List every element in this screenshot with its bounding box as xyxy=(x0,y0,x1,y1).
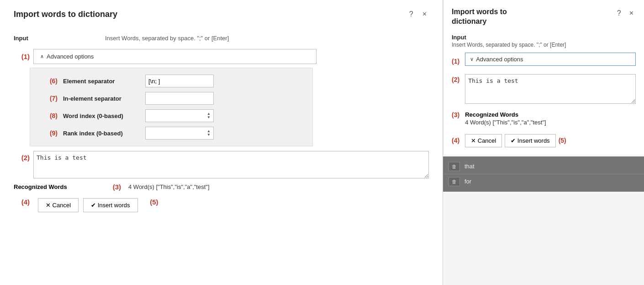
advanced-arrow: ∧ xyxy=(40,54,44,59)
words-textarea[interactable] xyxy=(33,151,429,178)
table-row: 🗑 for xyxy=(443,174,644,189)
word-1: that xyxy=(465,163,475,170)
right-recognized-row: (3) Recognized Words 4 Word(s) ["This","… xyxy=(452,111,636,132)
right-textarea-row: (2) xyxy=(452,74,636,108)
badge-3: (3) xyxy=(105,183,121,191)
word-2: for xyxy=(465,178,471,185)
right-badge-2: (2) xyxy=(452,74,459,83)
in-element-separator-row: (7) In-element separator xyxy=(39,92,303,105)
badge-1: (1) xyxy=(14,53,30,60)
right-input-hint: Insert Words, separated by space. ";" or… xyxy=(452,42,636,48)
right-badge-4: (4) xyxy=(452,137,459,144)
dialog-title: Import words to dictionary xyxy=(14,10,117,19)
right-insert-button[interactable]: ✔ Insert words xyxy=(505,134,555,147)
table-row: 🗑 that xyxy=(443,159,644,174)
right-dialog-title: Import words to dictionary xyxy=(452,7,507,27)
right-header-actions: ? × xyxy=(615,8,636,18)
right-badge-5: (5) xyxy=(559,137,566,144)
badge-7: (7) xyxy=(39,95,58,102)
right-badge-1: (1) xyxy=(452,58,459,65)
cancel-button[interactable]: ✕ Cancel xyxy=(38,198,79,212)
advanced-section: (6) Element separator (7) In-element sep… xyxy=(30,68,313,146)
right-input-label: Input xyxy=(452,34,636,41)
insert-button[interactable]: ✔ Insert words xyxy=(83,198,137,212)
rank-index-arrows[interactable]: ▲▼ xyxy=(207,129,211,137)
word-index-label: Word index (0-based) xyxy=(63,113,145,119)
advanced-section-wrapper: (6) Element separator (7) In-element sep… xyxy=(14,66,429,146)
help-button[interactable]: ? xyxy=(407,9,416,19)
in-element-separator-label: In-element separator xyxy=(63,95,145,102)
rank-index-label: Rank index (0-based) xyxy=(63,130,145,137)
element-separator-input[interactable] xyxy=(145,75,214,87)
right-button-row: (4) ✕ Cancel ✔ Insert words (5) xyxy=(452,134,636,147)
badge-6: (6) xyxy=(39,77,58,85)
badge-5: (5) xyxy=(143,198,158,212)
right-recognized-value: 4 Word(s) ["This","is","a","test"] xyxy=(465,119,546,126)
input-hint: Insert Words, separated by space. ";" or… xyxy=(105,33,229,42)
element-separator-label: Element separator xyxy=(63,78,145,85)
recognized-value: 4 Word(s) ["This","is","a","test"] xyxy=(128,183,210,190)
word-index-row: (8) Word index (0-based) ▲▼ xyxy=(39,109,303,122)
right-words-textarea[interactable] xyxy=(465,74,636,104)
right-advanced-options-button[interactable]: ∨ Advanced options xyxy=(465,53,636,66)
trash-button-1[interactable]: 🗑 xyxy=(449,162,460,171)
badge-4: (4) xyxy=(14,198,30,212)
right-advanced-options-label: Advanced options xyxy=(476,56,523,63)
input-row: Input Insert Words, separated by space. … xyxy=(14,33,429,42)
rank-index-spinner: ▲▼ xyxy=(145,127,214,140)
left-dialog: Import words to dictionary ? × Input Ins… xyxy=(0,0,443,285)
textarea-row: (2) xyxy=(14,151,429,178)
badge-9: (9) xyxy=(39,129,58,137)
advanced-options-row: (1) ∧ Advanced options xyxy=(14,49,429,64)
right-panel: Import words to dictionary ? × Input Ins… xyxy=(443,0,644,285)
right-adv-row: (1) ∨ Advanced options xyxy=(452,53,636,70)
in-element-separator-input[interactable] xyxy=(145,92,214,105)
bottom-table: 🗑 that 🗑 for xyxy=(443,156,644,192)
right-cancel-button[interactable]: ✕ Cancel xyxy=(465,134,502,147)
rank-index-row: (9) Rank index (0-based) ▲▼ xyxy=(39,127,303,140)
right-recognized-label: Recognized Words xyxy=(465,111,546,118)
advanced-options-button[interactable]: ∧ Advanced options xyxy=(33,49,317,64)
button-row: (4) ✕ Cancel ✔ Insert words (5) xyxy=(14,198,429,212)
recognized-row: Recognized Words (3) 4 Word(s) ["This","… xyxy=(14,183,429,191)
word-index-arrows[interactable]: ▲▼ xyxy=(207,112,211,119)
right-help-button[interactable]: ? xyxy=(615,8,623,18)
trash-button-2[interactable]: 🗑 xyxy=(449,177,460,186)
badge-2: (2) xyxy=(14,151,30,161)
recognized-label: Recognized Words xyxy=(14,183,105,190)
header-actions: ? × xyxy=(407,9,429,19)
badge-8: (8) xyxy=(39,112,58,119)
right-dialog: Import words to dictionary ? × Input Ins… xyxy=(443,0,644,155)
right-dialog-header: Import words to dictionary ? × xyxy=(452,7,636,27)
advanced-options-label: Advanced options xyxy=(47,53,94,60)
word-index-spinner: ▲▼ xyxy=(145,109,214,122)
right-badge-3: (3) xyxy=(452,111,459,118)
dialog-header: Import words to dictionary ? × xyxy=(14,9,429,19)
input-label: Input xyxy=(14,33,105,42)
close-button[interactable]: × xyxy=(420,9,429,19)
element-separator-row: (6) Element separator xyxy=(39,75,303,87)
right-close-button[interactable]: × xyxy=(627,8,636,18)
right-adv-arrow: ∨ xyxy=(470,56,474,62)
